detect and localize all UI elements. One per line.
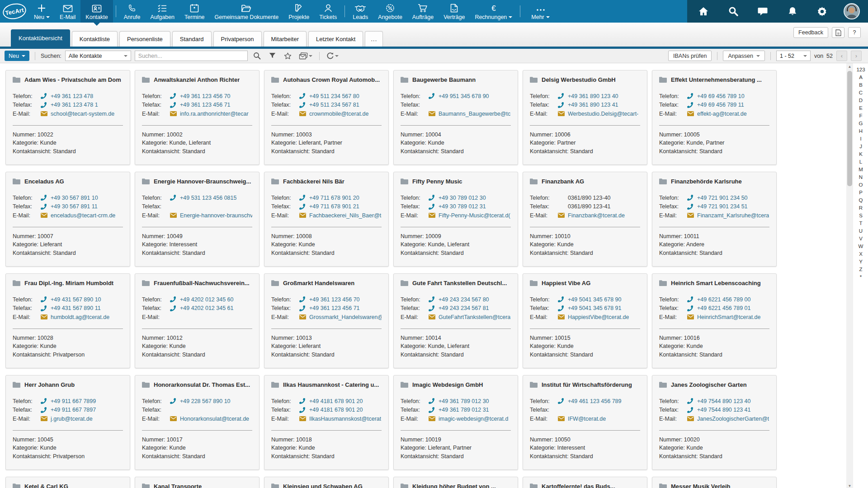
contact-card[interactable]: Heinrich Smart Lebenscoaching Telefon: +… (652, 273, 777, 368)
contact-card[interactable]: Ilkas Hausmannkost - Catering u... Telef… (264, 375, 389, 470)
contact-card[interactable]: Anwaltskanzlei Anthon Richter Telefon: +… (135, 70, 259, 165)
contact-card[interactable]: Adam Wies - Privatschule am Dom Telefon:… (5, 70, 130, 165)
contact-fax[interactable]: +49 511 234 567 81 (309, 102, 359, 108)
alphabet-letter-D[interactable]: D (855, 97, 866, 104)
alphabet-letter-X[interactable]: X (855, 250, 866, 258)
contact-email[interactable]: info.ra.anthonrichter@tecar (180, 111, 249, 117)
contact-email[interactable]: Fifty-Penny-Music@tcerat.d( (439, 212, 510, 219)
contact-fax[interactable]: +49 711 678 901 21 (309, 203, 359, 210)
nav-mehr[interactable]: Mehr (523, 0, 557, 23)
contact-email[interactable]: Honorarkonsulat@tcerat.de (180, 416, 249, 422)
alphabet-letter-J[interactable]: J (855, 143, 866, 150)
batch-actions-button[interactable] (297, 52, 314, 60)
alphabet-letter-R[interactable]: R (855, 204, 866, 212)
contact-fax[interactable]: +49 4202 012 345 61 (180, 305, 234, 311)
tab-standard[interactable]: Standard (172, 31, 212, 47)
contact-fax[interactable]: +49 361 123 478 1 (51, 102, 98, 108)
alphabet-letter-H[interactable]: H (855, 127, 866, 135)
contact-phone[interactable]: +49 5041 345 678 90 (568, 296, 622, 303)
new-contact-button[interactable]: Neu (5, 51, 29, 61)
tab-more[interactable]: ... (365, 31, 383, 47)
contact-fax[interactable]: +49 30 789 012 31 (439, 203, 486, 210)
tab-kontaktuebersicht[interactable]: Kontaktübersicht (11, 29, 70, 47)
alphabet-letter-*[interactable]: * (855, 273, 866, 281)
contact-phone[interactable]: +49 30 789 012 30 (439, 195, 486, 201)
contact-email[interactable]: Energie-hannover-braunschv (180, 212, 252, 219)
contact-email[interactable]: Fachbaeckerei_Nils_Baer@t( (309, 212, 382, 219)
contact-email[interactable]: j.grub@tcerat.de (51, 416, 93, 422)
nav-leads[interactable]: Leads (348, 0, 373, 23)
alphabet-letter-N[interactable]: N (855, 174, 866, 181)
contact-card[interactable]: Institut für Wirtschaftsförderung Telefo… (523, 375, 647, 470)
contact-phone[interactable]: +49 711 678 901 20 (309, 195, 359, 201)
alphabet-letter-A[interactable]: A (855, 74, 866, 81)
notifications-button[interactable] (783, 0, 802, 23)
tab-privatperson[interactable]: Privatperson (213, 31, 262, 47)
contact-email[interactable]: Grossmarkt_Handelswaren@ (309, 314, 382, 320)
contact-phone[interactable]: +49 361 123 478 (51, 93, 93, 99)
alphabet-letter-B[interactable]: B (855, 81, 866, 89)
help-button[interactable]: ? (848, 27, 861, 38)
notes-button[interactable] (832, 27, 844, 38)
contact-email[interactable]: school@tecart-system.de (51, 111, 114, 117)
feedback-button[interactable]: Feedback (793, 27, 828, 38)
alphabet-letter-123[interactable]: 123 (855, 66, 866, 74)
tab-personenliste[interactable]: Personenliste (119, 31, 170, 47)
contact-phone[interactable]: +49 243 234 567 80 (439, 296, 489, 303)
contact-fax[interactable]: +49 911 667 7897 (51, 407, 96, 413)
alphabet-letter-L[interactable]: L (855, 158, 866, 166)
search-input[interactable] (135, 51, 248, 61)
alphabet-letter-U[interactable]: U (855, 227, 866, 235)
scroll-up-arrow[interactable]: ▲ (846, 63, 853, 70)
contact-card[interactable]: Großmarkt Handelswaren Telefon: +49 361 … (264, 273, 389, 368)
contact-card[interactable]: Effekt Unternehmensberatung ... Telefon:… (652, 70, 777, 165)
nav-aufgaben[interactable]: Aufgaben (146, 0, 180, 23)
contact-fax[interactable]: +49 361 123 456 71 (180, 102, 231, 108)
alphabet-letter-I[interactable]: I (855, 135, 866, 143)
alphabet-letter-G[interactable]: G (855, 120, 866, 127)
contact-email[interactable]: IlkasHausmannskost@tcerat (309, 416, 381, 422)
contact-card[interactable]: Frauenfußball-Nachwuchsverein... Telefon… (135, 273, 259, 368)
alphabet-letter-O[interactable]: O (855, 181, 866, 189)
alphabet-letter-V[interactable]: V (855, 235, 866, 243)
contact-phone[interactable]: +49 361 123 456 70 (309, 296, 360, 303)
nav-gemeinsame-dokumente[interactable]: Gemeinsame Dokumente (210, 0, 284, 23)
contact-phone[interactable]: +49 4181 678 901 20 (309, 398, 363, 404)
contact-card[interactable]: Gute Fahrt Tankstellen Deutschl... Telef… (393, 273, 518, 368)
scrollbar-thumb[interactable] (847, 71, 852, 186)
contact-email[interactable]: HappiestVibe@tcerat.de (568, 314, 629, 320)
alphabet-letter-S[interactable]: S (855, 212, 866, 220)
contact-phone[interactable]: +49 951 345 678 90 (439, 93, 489, 99)
contact-fax[interactable]: +49 69 456 789 11 (697, 102, 744, 108)
nav-auftraege[interactable]: Aufträge (407, 0, 439, 23)
nav-rechnungen[interactable]: € Rechnungen (470, 0, 517, 23)
alphabet-letter-T[interactable]: T (855, 220, 866, 227)
contact-card[interactable]: Baugewerbe Baumann Telefon: +49 951 345 … (393, 70, 518, 165)
contact-card[interactable]: Imagic Webdesign GmbH Telefon: +49 361 7… (393, 375, 518, 470)
contact-email[interactable]: GuteFahrtTankstellen@tcera (439, 314, 510, 320)
contact-card[interactable]: Energie Hannover-Braunschweig... Telefon… (135, 172, 259, 267)
contact-phone[interactable]: +49 911 667 7899 (51, 398, 96, 404)
home-button[interactable] (693, 0, 713, 23)
check-ibans-button[interactable]: IBANs prüfen (668, 51, 712, 61)
contact-phone[interactable]: +49 6221 456 789 00 (697, 296, 751, 303)
contact-card[interactable]: Ketel & Carl KG (5, 477, 130, 488)
refresh-button[interactable] (325, 52, 340, 60)
contact-fax[interactable]: 0361/890 123-41 (568, 203, 611, 210)
alphabet-letter-Q[interactable]: Q (855, 197, 866, 204)
nav-neu[interactable]: Neu (29, 0, 55, 23)
contact-card[interactable]: Finanzbehörde Karlsruhe Telefon: +49 721… (652, 172, 777, 267)
nav-anrufe[interactable]: Anrufe (119, 0, 146, 23)
contact-card[interactable]: Messer Musik Verleih (652, 477, 777, 488)
contact-phone[interactable]: +49 69 456 789 10 (697, 93, 745, 99)
alphabet-letter-Z[interactable]: Z (855, 266, 866, 273)
alphabet-letter-P[interactable]: P (855, 189, 866, 197)
tecart-logo[interactable]: TecArt (0, 0, 29, 23)
tab-letzter-kontakt[interactable]: Letzter Kontakt (308, 31, 363, 47)
contact-card[interactable]: Kartoffelernte! das Buds... (523, 477, 647, 488)
contact-card[interactable]: Kanal Transporte (135, 477, 259, 488)
alphabet-letter-M[interactable]: M (855, 166, 866, 174)
contact-card[interactable]: Kleidung höher Budget von ... (393, 477, 518, 488)
alphabet-letter-F[interactable]: F (855, 112, 866, 120)
filter-button[interactable] (267, 51, 278, 61)
